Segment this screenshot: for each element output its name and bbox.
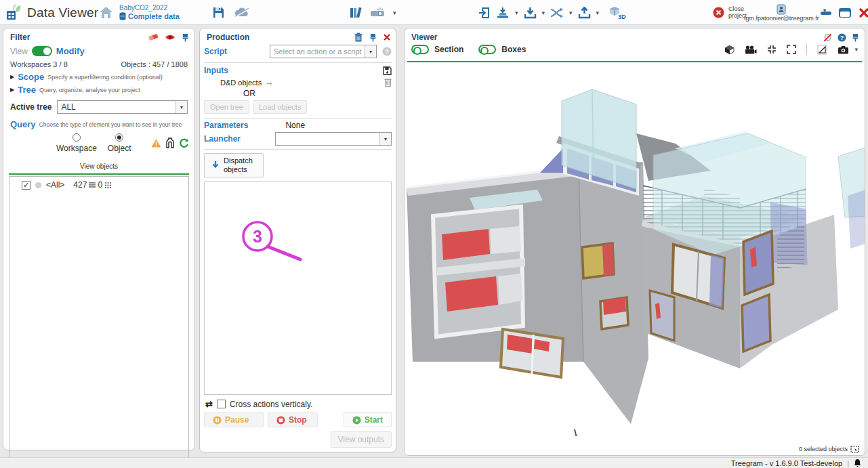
video-camera-icon[interactable] bbox=[745, 45, 757, 54]
boxes-toggle[interactable] bbox=[478, 45, 496, 54]
object-radio-label: Object bbox=[108, 144, 131, 153]
pin-icon[interactable] bbox=[182, 33, 189, 42]
view-label: View bbox=[10, 47, 28, 56]
script-placeholder: Select an action or a script bbox=[270, 47, 365, 56]
app-title: Data Viewer bbox=[27, 5, 98, 20]
load-objects-button[interactable]: Load objects bbox=[253, 100, 307, 114]
refresh-icon[interactable] bbox=[179, 138, 189, 148]
tree-branch-icon[interactable] bbox=[165, 137, 175, 148]
export-3d-icon[interactable]: 3D bbox=[608, 6, 626, 20]
sync-off-icon[interactable] bbox=[823, 33, 832, 42]
dispatch-label: Dispatch objects bbox=[224, 156, 256, 174]
scope-hint: Specify a superfiltering condition (opti… bbox=[47, 74, 163, 81]
tree-row-checkbox[interactable]: ✓ bbox=[22, 181, 30, 190]
open-tree-button[interactable]: Open tree bbox=[204, 100, 249, 114]
clear-inputs-trash-icon[interactable] bbox=[384, 78, 392, 87]
workspace-radio[interactable] bbox=[73, 133, 81, 142]
cloud-offline-icon[interactable] bbox=[234, 7, 250, 18]
launcher-label: Launcher bbox=[204, 134, 241, 144]
maximize-button[interactable] bbox=[836, 6, 854, 20]
shuffle-caret-icon[interactable]: ▾ bbox=[569, 9, 573, 16]
scope-label: Scope bbox=[18, 72, 44, 82]
zoom-fit-icon[interactable] bbox=[767, 45, 777, 54]
scope-expander-icon[interactable]: ▶ bbox=[10, 74, 14, 80]
bell-icon[interactable] bbox=[854, 459, 861, 467]
dispatch-objects-button[interactable]: Dispatch objects bbox=[204, 153, 264, 177]
close-panel-icon[interactable] bbox=[384, 34, 390, 41]
objects-tree-list[interactable]: ✓ <All> 427 0 bbox=[9, 176, 189, 468]
camera-icon[interactable] bbox=[838, 45, 849, 54]
pause-button[interactable]: Pause bbox=[204, 412, 264, 427]
object-radio-option[interactable]: Object bbox=[108, 133, 131, 153]
eraser-icon[interactable] bbox=[148, 33, 159, 41]
save-inputs-icon[interactable] bbox=[383, 66, 392, 75]
scope-section-header[interactable]: ▶ Scope Specify a superfiltering conditi… bbox=[3, 70, 194, 83]
tree-row-count1: 427 bbox=[73, 180, 87, 190]
tree-label: Tree bbox=[18, 85, 36, 95]
home-icon[interactable] bbox=[99, 6, 113, 19]
trash-icon[interactable] bbox=[354, 33, 363, 42]
inputs-label: Inputs bbox=[204, 66, 228, 75]
eye-icon[interactable] bbox=[165, 34, 175, 41]
launcher-caret-icon[interactable]: ▾ bbox=[379, 133, 391, 145]
active-tree-select[interactable]: ALL ▾ bbox=[57, 100, 188, 114]
app-version: Treegram - v 1.6.9.0 Test-develop bbox=[731, 459, 842, 467]
user-account[interactable]: tgm.fpatonnier@treegram.fr bbox=[744, 4, 819, 22]
upload-icon[interactable] bbox=[578, 7, 591, 19]
project-name: BabyCO2_2022 bbox=[119, 4, 180, 12]
expand-icon[interactable] bbox=[787, 45, 796, 54]
tree-expander-icon[interactable]: ▶ bbox=[10, 87, 14, 93]
svg-text:?: ? bbox=[385, 48, 389, 55]
download-caret-icon[interactable]: ▾ bbox=[542, 9, 545, 16]
cross-actions-checkbox[interactable] bbox=[217, 400, 226, 408]
svg-text:3D: 3D bbox=[618, 14, 626, 20]
pin-icon[interactable] bbox=[369, 33, 377, 42]
upload-caret-icon[interactable]: ▾ bbox=[596, 9, 600, 16]
projector-icon[interactable] bbox=[370, 7, 386, 18]
swap-arrows-icon[interactable]: ⇄ bbox=[205, 399, 213, 409]
stop-button[interactable]: Stop bbox=[268, 412, 318, 427]
script-select[interactable]: Select an action or a script ▾ bbox=[270, 45, 377, 58]
warning-icon bbox=[151, 139, 161, 148]
object-radio[interactable] bbox=[115, 133, 123, 142]
view-outputs-button[interactable]: View outputs bbox=[331, 431, 392, 448]
projector-caret-icon[interactable]: ▾ bbox=[393, 9, 396, 16]
active-tree-caret-icon[interactable]: ▾ bbox=[175, 101, 187, 113]
download-icon[interactable] bbox=[524, 7, 537, 19]
selection-mode-icon[interactable] bbox=[850, 446, 859, 453]
import-icon[interactable] bbox=[478, 7, 491, 19]
minimize-button[interactable] bbox=[817, 6, 835, 20]
modify-label: Modify bbox=[56, 46, 85, 56]
section-toggle[interactable] bbox=[411, 45, 429, 54]
dnd-objects-label[interactable]: D&D objects bbox=[220, 79, 262, 87]
viewport-3d[interactable] bbox=[405, 62, 865, 444]
script-help-icon[interactable]: ? bbox=[382, 47, 392, 56]
tree-row-all[interactable]: ✓ <All> 427 0 bbox=[9, 177, 188, 192]
workspace-radio-option[interactable]: Workspace bbox=[56, 133, 97, 153]
close-project-icon[interactable] bbox=[713, 7, 724, 18]
pause-icon bbox=[213, 416, 222, 425]
user-email: tgm.fpatonnier@treegram.fr bbox=[744, 16, 819, 22]
production-panel: Production Script Select an action or a … bbox=[199, 28, 396, 452]
help-icon[interactable]: ? bbox=[838, 33, 846, 42]
stamp-caret-icon[interactable]: ▾ bbox=[515, 9, 518, 16]
measure-icon[interactable] bbox=[817, 45, 827, 55]
dnd-arrow-icon: → bbox=[264, 77, 273, 87]
project-info[interactable]: BabyCO2_2022 Complete data bbox=[119, 4, 180, 20]
launcher-select[interactable]: ▾ bbox=[275, 132, 392, 146]
script-caret-icon[interactable]: ▾ bbox=[365, 45, 376, 58]
camera-caret-icon[interactable]: ▾ bbox=[854, 46, 858, 53]
grid-dots-icon bbox=[104, 182, 111, 188]
cube-view-icon[interactable] bbox=[724, 45, 735, 55]
shuffle-icon[interactable] bbox=[550, 7, 564, 18]
stamp-download-icon[interactable] bbox=[496, 7, 510, 19]
start-button[interactable]: Start bbox=[344, 412, 392, 427]
view-modify-toggle[interactable] bbox=[32, 46, 52, 56]
library-icon[interactable] bbox=[350, 7, 363, 18]
close-app-button[interactable] bbox=[855, 6, 868, 20]
pin-icon[interactable] bbox=[852, 33, 859, 42]
parameters-value: None bbox=[285, 121, 305, 130]
actions-queue-area[interactable]: 3 bbox=[204, 182, 392, 395]
save-icon[interactable] bbox=[213, 7, 224, 18]
tree-section-header[interactable]: ▶ Tree Query, organize, analyse your pro… bbox=[3, 83, 194, 96]
